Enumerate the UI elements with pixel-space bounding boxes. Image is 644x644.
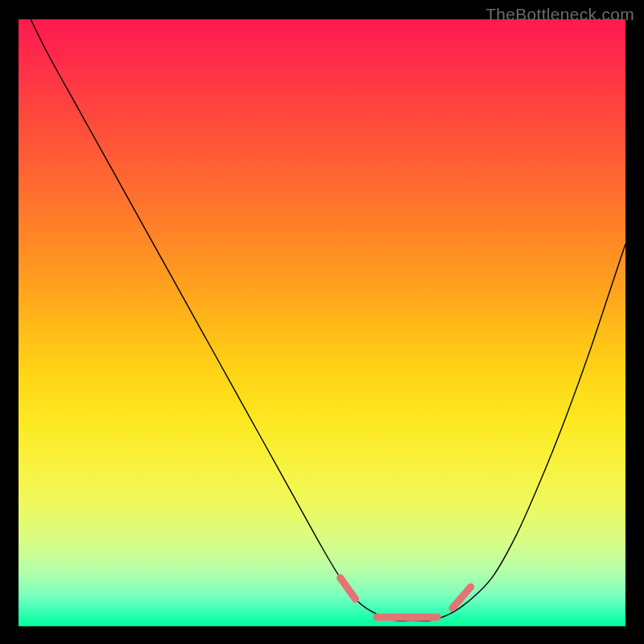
chart-svg — [19, 19, 625, 626]
markers-group — [341, 578, 471, 617]
watermark-text: TheBottleneck.com — [485, 5, 634, 24]
marker-left-segment — [341, 578, 356, 599]
bottleneck-curve — [31, 19, 625, 621]
plot-area — [19, 19, 625, 626]
marker-right-segment — [452, 587, 471, 608]
